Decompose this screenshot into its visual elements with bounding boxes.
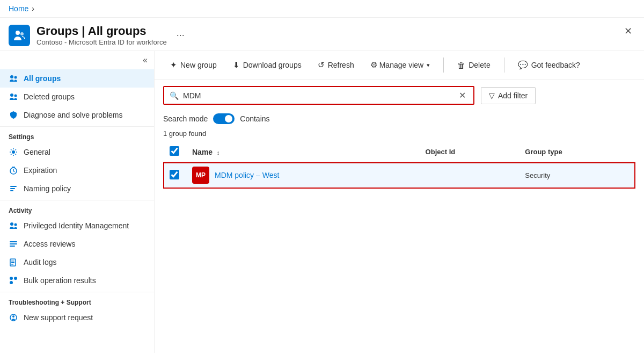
download-icon: ⬇ bbox=[233, 60, 240, 70]
select-all-checkbox[interactable] bbox=[170, 146, 179, 156]
sidebar-item-deleted-groups[interactable]: Deleted groups bbox=[0, 88, 154, 106]
sidebar-collapse-button[interactable]: « bbox=[143, 55, 148, 65]
content-area: ✦ New group ⬇ Download groups ↺ Refresh … bbox=[155, 51, 644, 353]
sidebar-section-troubleshooting: Troubleshooting + Support bbox=[0, 292, 154, 308]
svg-point-12 bbox=[14, 224, 17, 226]
more-options-button[interactable]: ··· bbox=[173, 28, 188, 42]
sidebar-item-general[interactable]: General bbox=[0, 143, 154, 161]
sidebar-item-new-support[interactable]: New support request bbox=[0, 308, 154, 327]
header-group-type: Group type bbox=[518, 142, 635, 162]
row-object-id bbox=[419, 162, 519, 189]
search-box: 🔍 ✕ bbox=[163, 86, 474, 105]
diagnose-icon bbox=[9, 110, 18, 120]
svg-rect-17 bbox=[11, 261, 14, 262]
sidebar-item-naming-policy[interactable]: Naming policy bbox=[0, 179, 154, 198]
svg-rect-18 bbox=[11, 262, 14, 263]
breadcrumb-home[interactable]: Home bbox=[9, 4, 28, 13]
svg-rect-15 bbox=[10, 246, 15, 247]
svg-rect-9 bbox=[10, 188, 15, 189]
manage-view-button[interactable]: ⚙ Manage view ▾ bbox=[363, 56, 437, 74]
svg-point-22 bbox=[10, 281, 13, 284]
search-mode-toggle[interactable] bbox=[213, 113, 235, 124]
all-groups-icon bbox=[9, 74, 18, 83]
page-title: Groups | All groups bbox=[36, 24, 167, 38]
toolbar-divider-2 bbox=[504, 57, 504, 73]
svg-point-3 bbox=[14, 76, 17, 79]
header-object-id: Object Id bbox=[419, 142, 519, 162]
sidebar-label-bulk-operation: Bulk operation results bbox=[24, 276, 96, 285]
row-group-type: Security bbox=[518, 162, 635, 189]
sidebar-label-access-reviews: Access reviews bbox=[24, 240, 75, 248]
result-count: 1 group found bbox=[155, 127, 644, 142]
close-button[interactable]: ✕ bbox=[621, 24, 635, 38]
audit-logs-icon bbox=[9, 257, 18, 267]
sidebar-item-bulk-operation[interactable]: Bulk operation results bbox=[0, 271, 154, 290]
filter-icon: ▽ bbox=[489, 91, 495, 100]
sidebar-label-diagnose: Diagnose and solve problems bbox=[24, 111, 122, 119]
sidebar-item-audit-logs[interactable]: Audit logs bbox=[0, 253, 154, 271]
toolbar-divider bbox=[443, 57, 444, 73]
sidebar-label-expiration: Expiration bbox=[24, 166, 57, 175]
header-checkbox-cell bbox=[163, 142, 186, 162]
sidebar-item-all-groups[interactable]: All groups bbox=[0, 69, 154, 88]
deleted-groups-icon bbox=[9, 92, 18, 102]
chevron-down-icon: ▾ bbox=[427, 62, 430, 69]
new-group-icon: ✦ bbox=[170, 60, 177, 70]
header-name: Name ↕ bbox=[186, 142, 419, 162]
sort-icon[interactable]: ↕ bbox=[217, 149, 220, 156]
manage-view-icon: ⚙ bbox=[370, 60, 377, 70]
add-filter-button[interactable]: ▽ Add filter bbox=[481, 87, 536, 104]
sidebar-item-expiration[interactable]: Expiration bbox=[0, 161, 154, 179]
search-icon: 🔍 bbox=[170, 91, 179, 100]
new-group-button[interactable]: ✦ New group bbox=[163, 56, 224, 74]
svg-point-0 bbox=[16, 31, 20, 35]
general-icon bbox=[9, 147, 18, 157]
svg-point-2 bbox=[10, 75, 13, 78]
svg-point-21 bbox=[14, 277, 17, 280]
sidebar: « All groups Deleted groups Diagnose and… bbox=[0, 51, 155, 353]
sidebar-item-access-reviews[interactable]: Access reviews bbox=[0, 235, 154, 253]
svg-point-5 bbox=[14, 95, 17, 97]
delete-icon: 🗑 bbox=[457, 61, 465, 70]
sidebar-label-deleted-groups: Deleted groups bbox=[24, 92, 75, 101]
pim-icon bbox=[9, 221, 18, 230]
svg-point-6 bbox=[12, 150, 15, 154]
sidebar-label-audit-logs: Audit logs bbox=[24, 258, 56, 266]
svg-point-11 bbox=[10, 222, 13, 226]
table-area: Name ↕ Object Id Group type bbox=[155, 142, 644, 353]
page-header: Groups | All groups Contoso - Microsoft … bbox=[0, 18, 644, 51]
table-header-row: Name ↕ Object Id Group type bbox=[163, 142, 635, 162]
table-row[interactable]: MP MDM policy – West Security bbox=[163, 162, 635, 189]
row-name-link[interactable]: MDM policy – West bbox=[215, 171, 279, 179]
sidebar-item-pim[interactable]: Privileged Identity Management bbox=[0, 217, 154, 235]
page-icon bbox=[9, 25, 30, 46]
sidebar-label-naming-policy: Naming policy bbox=[24, 184, 71, 193]
search-clear-button[interactable]: ✕ bbox=[457, 90, 468, 100]
search-input[interactable] bbox=[183, 91, 457, 100]
sidebar-section-settings: Settings bbox=[0, 126, 154, 143]
access-reviews-icon bbox=[9, 239, 18, 249]
svg-point-4 bbox=[10, 93, 13, 97]
svg-point-1 bbox=[20, 32, 24, 35]
sidebar-label-general: General bbox=[24, 148, 50, 156]
row-checkbox[interactable] bbox=[170, 170, 179, 179]
groups-table: Name ↕ Object Id Group type bbox=[163, 142, 635, 189]
sidebar-label-new-support: New support request bbox=[24, 313, 93, 322]
svg-rect-14 bbox=[10, 243, 17, 244]
page-subtitle: Contoso - Microsoft Entra ID for workfor… bbox=[36, 38, 167, 46]
naming-policy-icon bbox=[9, 184, 18, 193]
got-feedback-button[interactable]: 💬 Got feedback? bbox=[511, 56, 587, 74]
breadcrumb-separator: › bbox=[32, 4, 34, 13]
svg-rect-13 bbox=[10, 241, 17, 242]
expiration-icon bbox=[9, 165, 18, 175]
row-name-cell: MP MDM policy – West bbox=[186, 162, 419, 189]
download-groups-button[interactable]: ⬇ Download groups bbox=[226, 56, 309, 74]
new-support-icon bbox=[9, 313, 18, 322]
search-mode-label: Search mode bbox=[163, 114, 208, 123]
svg-point-24 bbox=[12, 315, 14, 318]
refresh-button[interactable]: ↺ Refresh bbox=[311, 56, 361, 74]
svg-rect-8 bbox=[10, 186, 17, 187]
toolbar: ✦ New group ⬇ Download groups ↺ Refresh … bbox=[155, 51, 644, 80]
sidebar-item-diagnose[interactable]: Diagnose and solve problems bbox=[0, 106, 154, 124]
delete-button[interactable]: 🗑 Delete bbox=[450, 57, 497, 74]
